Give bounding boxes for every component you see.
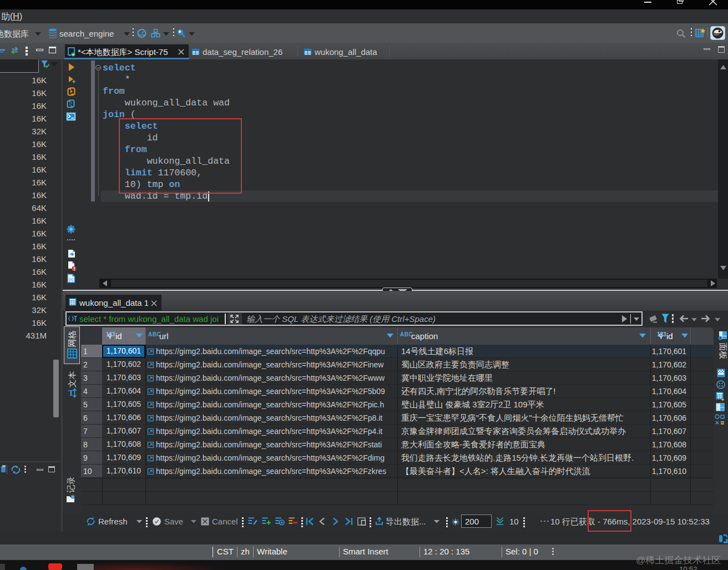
svg-text:T: T: [68, 389, 74, 397]
svg-text:(x): (x): [69, 277, 74, 282]
